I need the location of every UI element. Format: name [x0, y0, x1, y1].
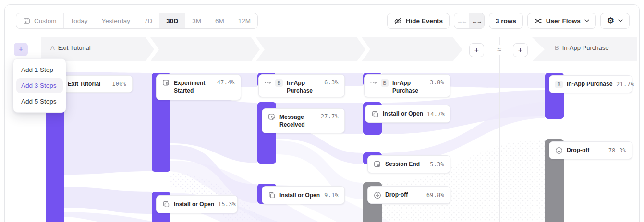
step-a-band [41, 37, 463, 61]
step-b-badge: B [275, 79, 283, 87]
node-percent: 5.3% [430, 161, 444, 168]
collapse-columns-button[interactable]: →← [454, 13, 469, 28]
date-range-label: Yesterday [102, 17, 131, 24]
date-range-label: Custom [34, 17, 57, 24]
menu-item-label: Add 5 Steps [21, 98, 57, 105]
add-step-after-button[interactable]: + [513, 43, 528, 57]
section-divider [499, 37, 500, 222]
chevron-down-icon [584, 19, 589, 23]
menu-item-add-1-step[interactable]: Add 1 Step [13, 62, 66, 77]
flow-node-exit-tutorial[interactable]: Exit Tutorial 100% [61, 75, 133, 93]
flow-node-session-end[interactable]: Session End 5.3% [367, 155, 450, 173]
cursor-click-icon [162, 79, 170, 87]
collapse-expand-toggle: →← ←→ [454, 13, 485, 29]
user-flows-icon [534, 17, 542, 24]
approx-glyph: ≈ [498, 46, 502, 54]
toolbar: Custom Today Yesterday 7D 30D 3M 6M 12M … [16, 13, 630, 29]
node-label: Session End [385, 160, 420, 168]
flow-node-install-or-open-15[interactable]: Install or Open 15.3% [156, 195, 238, 213]
date-range-label: 12M [238, 17, 251, 24]
node-label: Drop-off [567, 146, 589, 154]
menu-item-add-5-steps[interactable]: Add 5 Steps [13, 94, 66, 109]
cursor-click-icon [374, 161, 381, 168]
step-letter: A [50, 44, 55, 51]
flow-node-in-app-purchase-3[interactable]: B In-App Purchase 3.8% [364, 74, 450, 97]
menu-item-add-3-steps[interactable]: Add 3 Steps [16, 78, 63, 93]
date-range-12m[interactable]: 12M [231, 13, 257, 28]
node-label: Install or Open [383, 110, 423, 117]
flow-node-install-or-open-14[interactable]: Install or Open 14.7% [365, 105, 450, 123]
date-range-today[interactable]: Today [64, 13, 95, 28]
chevron-down-icon [618, 19, 623, 23]
plus-icon: + [518, 46, 522, 55]
add-step-before-button[interactable]: + [469, 43, 484, 57]
date-range-7d[interactable]: 7D [137, 13, 159, 28]
calendar-icon [23, 17, 30, 24]
flow-node-message-received[interactable]: Message Received 27.7% [262, 108, 345, 133]
drop-off-icon [374, 191, 381, 199]
app-install-icon [371, 110, 379, 118]
date-range-group: Custom Today Yesterday 7D 30D 3M 6M 12M [16, 13, 258, 29]
flow-node-install-or-open-9[interactable]: Install or Open 9.1% [262, 186, 345, 204]
step-b-header[interactable]: BIn-App Purchase [555, 44, 609, 51]
node-percent: 21.7% [616, 81, 634, 88]
date-range-label: 3M [192, 17, 201, 24]
node-percent: 15.3% [218, 201, 236, 208]
node-percent: 47.4% [217, 79, 235, 86]
toolbar-right: Hide Events →← ←→ 3 rows User Flows [387, 13, 630, 29]
flow-node-in-app-purchase-21[interactable]: B In-App Purchase 21.7% [549, 75, 632, 93]
step-a-header[interactable]: AExit Tutorial [50, 44, 91, 51]
step-letter: B [555, 44, 559, 51]
date-range-30d[interactable]: 30D [159, 13, 185, 28]
drop-off-icon [555, 147, 563, 154]
hide-events-label: Hide Events [406, 17, 443, 24]
node-percent: 69.8% [426, 192, 444, 199]
menu-item-label: Add 1 Step [21, 66, 53, 73]
step-label: Exit Tutorial [58, 44, 91, 51]
date-range-label: Today [71, 17, 88, 24]
flow-ribbon [64, 187, 152, 214]
flow-node-in-app-purchase-6[interactable]: B In-App Purchase 6.3% [258, 74, 345, 97]
node-label: Drop-off [385, 191, 408, 199]
flow-node-experiment-started[interactable]: Experiment Started 47.4% [156, 74, 241, 100]
flow-node-dropoff-69[interactable]: Drop-off 69.8% [367, 186, 450, 204]
date-range-6m[interactable]: 6M [208, 13, 231, 28]
app-install-icon [162, 200, 170, 208]
skip-ahead-icon [265, 79, 271, 85]
date-range-label: 6M [215, 17, 224, 24]
step-b-badge: B [381, 79, 389, 87]
settings-button[interactable]: ⚙ [600, 13, 630, 29]
expand-icon: ←→ [472, 18, 481, 24]
approx-symbol: ≈ [494, 45, 505, 55]
add-step-button[interactable]: + [14, 43, 28, 56]
node-percent: 78.3% [608, 147, 626, 154]
rows-button[interactable]: 3 rows [489, 13, 523, 29]
badge-letter: B [383, 80, 386, 86]
node-label: Install or Open [279, 191, 320, 199]
hide-events-button[interactable]: Hide Events [387, 13, 450, 29]
node-label: Install or Open [174, 200, 214, 208]
flow-node-dropoff-78[interactable]: Drop-off 78.3% [549, 141, 632, 159]
node-label: Exit Tutorial [68, 80, 100, 88]
date-range-custom[interactable]: Custom [16, 13, 64, 28]
eye-off-icon [394, 17, 402, 25]
step-label: In-App Purchase [562, 44, 609, 51]
view-selector-button[interactable]: User Flows [527, 13, 596, 29]
date-range-label: 7D [144, 17, 152, 24]
node-percent: 100% [112, 81, 126, 87]
node-percent: 27.7% [321, 113, 339, 120]
date-range-label: 30D [166, 17, 178, 24]
user-flows-canvas: Custom Today Yesterday 7D 30D 3M 6M 12M … [0, 0, 644, 222]
add-step-menu: Add 1 Step Add 3 Steps Add 5 Steps [13, 58, 66, 113]
node-percent: 3.8% [430, 79, 444, 86]
node-label: Experiment Started [174, 79, 210, 94]
node-label: In-App Purchase [287, 79, 320, 94]
view-selector-label: User Flows [546, 17, 581, 24]
flow-ribbon [64, 212, 202, 222]
expand-columns-button[interactable]: ←→ [469, 13, 484, 28]
node-label: In-App Purchase [567, 80, 612, 88]
date-range-3m[interactable]: 3M [185, 13, 208, 28]
app-install-icon [268, 191, 276, 199]
plus-icon: + [474, 46, 479, 55]
date-range-yesterday[interactable]: Yesterday [95, 13, 138, 28]
